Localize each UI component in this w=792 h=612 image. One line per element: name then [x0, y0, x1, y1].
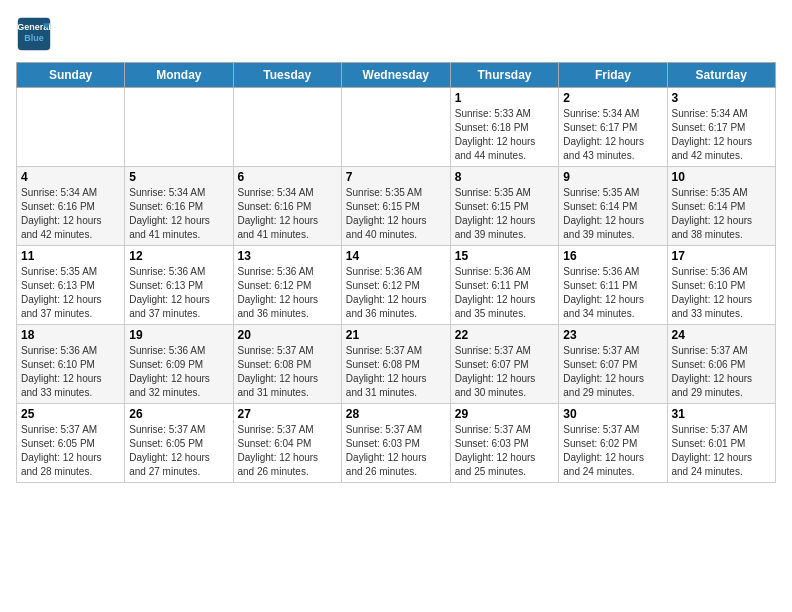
day-number: 11	[21, 249, 120, 263]
calendar-cell: 17Sunrise: 5:36 AM Sunset: 6:10 PM Dayli…	[667, 246, 776, 325]
calendar-week-row: 25Sunrise: 5:37 AM Sunset: 6:05 PM Dayli…	[17, 404, 776, 483]
calendar-cell: 22Sunrise: 5:37 AM Sunset: 6:07 PM Dayli…	[450, 325, 559, 404]
calendar-cell	[341, 88, 450, 167]
calendar-cell: 19Sunrise: 5:36 AM Sunset: 6:09 PM Dayli…	[125, 325, 233, 404]
calendar-week-row: 1Sunrise: 5:33 AM Sunset: 6:18 PM Daylig…	[17, 88, 776, 167]
calendar-week-row: 18Sunrise: 5:36 AM Sunset: 6:10 PM Dayli…	[17, 325, 776, 404]
calendar-header-thursday: Thursday	[450, 63, 559, 88]
day-number: 26	[129, 407, 228, 421]
calendar-cell: 27Sunrise: 5:37 AM Sunset: 6:04 PM Dayli…	[233, 404, 341, 483]
calendar-cell: 26Sunrise: 5:37 AM Sunset: 6:05 PM Dayli…	[125, 404, 233, 483]
day-info: Sunrise: 5:37 AM Sunset: 6:02 PM Dayligh…	[563, 423, 662, 479]
day-info: Sunrise: 5:36 AM Sunset: 6:12 PM Dayligh…	[238, 265, 337, 321]
calendar-cell: 31Sunrise: 5:37 AM Sunset: 6:01 PM Dayli…	[667, 404, 776, 483]
day-info: Sunrise: 5:37 AM Sunset: 6:04 PM Dayligh…	[238, 423, 337, 479]
day-number: 10	[672, 170, 772, 184]
svg-text:Blue: Blue	[24, 33, 44, 43]
calendar-cell: 28Sunrise: 5:37 AM Sunset: 6:03 PM Dayli…	[341, 404, 450, 483]
day-number: 22	[455, 328, 555, 342]
day-info: Sunrise: 5:36 AM Sunset: 6:11 PM Dayligh…	[455, 265, 555, 321]
calendar-cell: 30Sunrise: 5:37 AM Sunset: 6:02 PM Dayli…	[559, 404, 667, 483]
day-number: 4	[21, 170, 120, 184]
calendar-header-sunday: Sunday	[17, 63, 125, 88]
calendar-cell: 18Sunrise: 5:36 AM Sunset: 6:10 PM Dayli…	[17, 325, 125, 404]
day-number: 21	[346, 328, 446, 342]
day-number: 29	[455, 407, 555, 421]
calendar-cell: 21Sunrise: 5:37 AM Sunset: 6:08 PM Dayli…	[341, 325, 450, 404]
day-number: 8	[455, 170, 555, 184]
day-info: Sunrise: 5:37 AM Sunset: 6:01 PM Dayligh…	[672, 423, 772, 479]
day-number: 28	[346, 407, 446, 421]
calendar-header-wednesday: Wednesday	[341, 63, 450, 88]
day-info: Sunrise: 5:34 AM Sunset: 6:16 PM Dayligh…	[21, 186, 120, 242]
calendar-week-row: 4Sunrise: 5:34 AM Sunset: 6:16 PM Daylig…	[17, 167, 776, 246]
calendar-cell: 23Sunrise: 5:37 AM Sunset: 6:07 PM Dayli…	[559, 325, 667, 404]
calendar-cell: 29Sunrise: 5:37 AM Sunset: 6:03 PM Dayli…	[450, 404, 559, 483]
day-info: Sunrise: 5:34 AM Sunset: 6:17 PM Dayligh…	[672, 107, 772, 163]
day-info: Sunrise: 5:35 AM Sunset: 6:14 PM Dayligh…	[672, 186, 772, 242]
day-number: 12	[129, 249, 228, 263]
day-number: 15	[455, 249, 555, 263]
header: General Blue	[16, 16, 776, 52]
calendar-header-row: SundayMondayTuesdayWednesdayThursdayFrid…	[17, 63, 776, 88]
day-info: Sunrise: 5:36 AM Sunset: 6:13 PM Dayligh…	[129, 265, 228, 321]
calendar-cell: 15Sunrise: 5:36 AM Sunset: 6:11 PM Dayli…	[450, 246, 559, 325]
day-number: 13	[238, 249, 337, 263]
calendar-cell	[125, 88, 233, 167]
calendar-cell: 14Sunrise: 5:36 AM Sunset: 6:12 PM Dayli…	[341, 246, 450, 325]
calendar-cell: 7Sunrise: 5:35 AM Sunset: 6:15 PM Daylig…	[341, 167, 450, 246]
day-number: 6	[238, 170, 337, 184]
calendar-cell: 1Sunrise: 5:33 AM Sunset: 6:18 PM Daylig…	[450, 88, 559, 167]
day-info: Sunrise: 5:37 AM Sunset: 6:08 PM Dayligh…	[238, 344, 337, 400]
day-number: 9	[563, 170, 662, 184]
calendar-cell: 16Sunrise: 5:36 AM Sunset: 6:11 PM Dayli…	[559, 246, 667, 325]
day-info: Sunrise: 5:37 AM Sunset: 6:07 PM Dayligh…	[563, 344, 662, 400]
day-number: 2	[563, 91, 662, 105]
day-info: Sunrise: 5:37 AM Sunset: 6:06 PM Dayligh…	[672, 344, 772, 400]
calendar-cell: 24Sunrise: 5:37 AM Sunset: 6:06 PM Dayli…	[667, 325, 776, 404]
day-info: Sunrise: 5:35 AM Sunset: 6:15 PM Dayligh…	[346, 186, 446, 242]
day-number: 16	[563, 249, 662, 263]
day-number: 30	[563, 407, 662, 421]
calendar-body: 1Sunrise: 5:33 AM Sunset: 6:18 PM Daylig…	[17, 88, 776, 483]
day-info: Sunrise: 5:36 AM Sunset: 6:09 PM Dayligh…	[129, 344, 228, 400]
calendar-cell: 3Sunrise: 5:34 AM Sunset: 6:17 PM Daylig…	[667, 88, 776, 167]
day-info: Sunrise: 5:35 AM Sunset: 6:14 PM Dayligh…	[563, 186, 662, 242]
calendar-cell: 25Sunrise: 5:37 AM Sunset: 6:05 PM Dayli…	[17, 404, 125, 483]
calendar-cell: 12Sunrise: 5:36 AM Sunset: 6:13 PM Dayli…	[125, 246, 233, 325]
calendar-header-friday: Friday	[559, 63, 667, 88]
day-info: Sunrise: 5:34 AM Sunset: 6:16 PM Dayligh…	[129, 186, 228, 242]
day-info: Sunrise: 5:36 AM Sunset: 6:12 PM Dayligh…	[346, 265, 446, 321]
day-number: 24	[672, 328, 772, 342]
day-info: Sunrise: 5:37 AM Sunset: 6:03 PM Dayligh…	[346, 423, 446, 479]
calendar-cell: 9Sunrise: 5:35 AM Sunset: 6:14 PM Daylig…	[559, 167, 667, 246]
day-info: Sunrise: 5:34 AM Sunset: 6:17 PM Dayligh…	[563, 107, 662, 163]
day-number: 17	[672, 249, 772, 263]
day-number: 27	[238, 407, 337, 421]
day-number: 20	[238, 328, 337, 342]
calendar-header-saturday: Saturday	[667, 63, 776, 88]
calendar-week-row: 11Sunrise: 5:35 AM Sunset: 6:13 PM Dayli…	[17, 246, 776, 325]
day-info: Sunrise: 5:37 AM Sunset: 6:03 PM Dayligh…	[455, 423, 555, 479]
calendar-cell: 20Sunrise: 5:37 AM Sunset: 6:08 PM Dayli…	[233, 325, 341, 404]
day-info: Sunrise: 5:35 AM Sunset: 6:15 PM Dayligh…	[455, 186, 555, 242]
calendar-header-monday: Monday	[125, 63, 233, 88]
day-number: 5	[129, 170, 228, 184]
day-number: 18	[21, 328, 120, 342]
calendar-cell	[17, 88, 125, 167]
day-number: 19	[129, 328, 228, 342]
day-number: 7	[346, 170, 446, 184]
calendar-cell: 4Sunrise: 5:34 AM Sunset: 6:16 PM Daylig…	[17, 167, 125, 246]
calendar-header-tuesday: Tuesday	[233, 63, 341, 88]
day-info: Sunrise: 5:33 AM Sunset: 6:18 PM Dayligh…	[455, 107, 555, 163]
calendar-table: SundayMondayTuesdayWednesdayThursdayFrid…	[16, 62, 776, 483]
day-number: 1	[455, 91, 555, 105]
day-info: Sunrise: 5:34 AM Sunset: 6:16 PM Dayligh…	[238, 186, 337, 242]
calendar-cell: 5Sunrise: 5:34 AM Sunset: 6:16 PM Daylig…	[125, 167, 233, 246]
day-number: 25	[21, 407, 120, 421]
day-info: Sunrise: 5:35 AM Sunset: 6:13 PM Dayligh…	[21, 265, 120, 321]
logo: General Blue	[16, 16, 56, 52]
calendar-cell: 10Sunrise: 5:35 AM Sunset: 6:14 PM Dayli…	[667, 167, 776, 246]
day-number: 3	[672, 91, 772, 105]
day-info: Sunrise: 5:36 AM Sunset: 6:10 PM Dayligh…	[21, 344, 120, 400]
